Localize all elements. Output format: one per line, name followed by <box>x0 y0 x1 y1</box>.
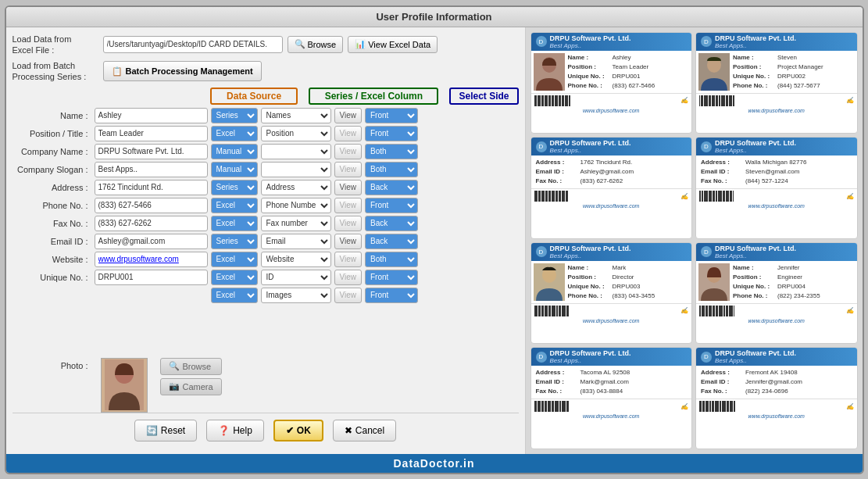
view-phone-button[interactable]: View <box>334 198 363 213</box>
card-6-body: Name :Jennifer Position :Engineer Unique… <box>696 261 857 303</box>
view-website-button[interactable]: View <box>334 252 363 267</box>
id-card-7: D DRPU Software Pvt. Ltd. Best Apps.. Ad… <box>530 347 693 449</box>
side-company[interactable]: BothFrontBack <box>365 144 418 159</box>
column-images[interactable]: Images <box>261 288 331 303</box>
value-address[interactable] <box>95 180 208 195</box>
card-2-info: Name :Steven Position :Project Manager U… <box>733 53 855 91</box>
data-rows-container: Name : SeriesExcelManual Names View Fron… <box>13 108 519 355</box>
card-6-footer: (function(){ var bars=[2,3,1,2,1,1,3,2,1… <box>696 303 857 318</box>
datasource-website[interactable]: ExcelSeriesManual <box>211 252 258 267</box>
view-unique-button[interactable]: View <box>334 270 363 285</box>
row-phone: Phone No. : ExcelSeriesManual Phone Numb… <box>13 198 519 213</box>
row-name: Name : SeriesExcelManual Names View Fron… <box>13 108 519 123</box>
value-email[interactable] <box>95 234 208 249</box>
side-position[interactable]: FrontBackBoth <box>365 126 418 141</box>
value-company[interactable] <box>95 144 208 159</box>
id-card-1: D DRPU Software Pvt. Ltd. Best Apps.. <box>530 32 693 134</box>
row-website: Website : ExcelSeriesManual Website View… <box>13 252 519 267</box>
datasource-position[interactable]: ExcelSeriesManual <box>211 126 258 141</box>
datasource-slogan[interactable]: ManualSeriesExcel <box>211 162 258 177</box>
side-slogan[interactable]: BothFrontBack <box>365 162 418 177</box>
side-website[interactable]: BothFrontBack <box>365 252 418 267</box>
batch-processing-button[interactable]: 📋 Batch Processing Management <box>103 61 262 81</box>
datasource-email[interactable]: SeriesExcelManual <box>211 234 258 249</box>
column-email[interactable]: Email <box>261 234 331 249</box>
value-phone[interactable] <box>95 198 208 213</box>
card-1-footer: (function(){ var bars=[2,1,3,1,2,1,1,3,2… <box>531 93 692 108</box>
column-headers: Data Source Series / Excel Column Select… <box>13 88 519 105</box>
column-address[interactable]: Address <box>261 180 331 195</box>
card-6-subtext: Best Apps.. <box>715 252 796 259</box>
view-slogan-button[interactable]: View <box>334 162 363 177</box>
column-company[interactable] <box>261 144 331 159</box>
card-2-photo <box>698 53 730 91</box>
value-slogan[interactable] <box>95 162 208 177</box>
file-path-input[interactable] <box>103 36 283 53</box>
value-name[interactable] <box>95 108 208 123</box>
datasource-fax[interactable]: ExcelSeriesManual <box>211 216 258 231</box>
view-position-button[interactable]: View <box>334 126 363 141</box>
view-name-button[interactable]: View <box>334 108 363 123</box>
side-unique[interactable]: FrontBackBoth <box>365 270 418 285</box>
card-8-subtext: Best Apps.. <box>715 357 796 364</box>
column-phone[interactable]: Phone Number <box>261 198 331 213</box>
datasource-unique[interactable]: ExcelSeriesManual <box>211 270 258 285</box>
label-email: Email ID : <box>13 237 95 246</box>
side-phone[interactable]: FrontBackBoth <box>365 198 418 213</box>
column-website[interactable]: Website <box>261 252 331 267</box>
value-position[interactable] <box>95 126 208 141</box>
id-card-2: D DRPU Software Pvt. Ltd. Best Apps.. <box>695 32 858 134</box>
view-address-button[interactable]: View <box>334 180 363 195</box>
side-images[interactable]: FrontBackBoth <box>365 288 418 303</box>
help-icon: ❓ <box>218 425 230 436</box>
column-fax[interactable]: Fax number <box>261 216 331 231</box>
ok-button[interactable]: ✔ OK <box>273 420 323 441</box>
card-1-body: Name :Ashley Position :Team Leader Uniqu… <box>531 51 692 93</box>
label-slogan: Company Slogan : <box>13 165 95 174</box>
card-5-header: D DRPU Software Pvt. Ltd. Best Apps.. <box>531 243 692 261</box>
card-3-body: Address :1762 Tincidunt Rd. Email ID :As… <box>531 155 692 188</box>
card-5-photo <box>534 263 565 301</box>
datasource-phone[interactable]: ExcelSeriesManual <box>211 198 258 213</box>
column-name[interactable]: Names <box>261 108 331 123</box>
side-fax[interactable]: BackFrontBoth <box>365 216 418 231</box>
view-fax-button[interactable]: View <box>334 216 363 231</box>
card-1-subtext: Best Apps.. <box>550 42 631 49</box>
card-7-body: Address :Tacoma AL 92508 Email ID :Mark@… <box>531 366 692 399</box>
id-card-3: D DRPU Software Pvt. Ltd. Best Apps.. Ad… <box>530 137 693 239</box>
card-1-logo: D <box>536 36 547 47</box>
card-4-header: D DRPU Software Pvt. Ltd. Best Apps.. <box>696 138 857 155</box>
view-excel-button[interactable]: 📊 View Excel Data <box>348 36 438 53</box>
card-3-barcode: (function(){ var bars=[3,1,2,1,1,3,2,1,2… <box>534 191 569 202</box>
column-position[interactable]: Position <box>261 126 331 141</box>
card-8-header: D DRPU Software Pvt. Ltd. Best Apps.. <box>696 348 857 366</box>
load-batch-row: Load from BatchProcessing Series : 📋 Bat… <box>13 60 519 83</box>
side-name[interactable]: FrontBackBoth <box>365 108 418 123</box>
value-unique[interactable] <box>95 270 208 285</box>
value-fax[interactable] <box>95 216 208 231</box>
card-4-logo: D <box>701 141 712 152</box>
card-1-photo <box>534 53 565 91</box>
datasource-name[interactable]: SeriesExcelManual <box>211 108 258 123</box>
column-unique[interactable]: ID <box>261 270 331 285</box>
view-email-button[interactable]: View <box>334 234 363 249</box>
camera-button[interactable]: 📷 Camera <box>160 378 222 395</box>
datasource-company[interactable]: ManualSeriesExcel <box>211 144 258 159</box>
series-header: Series / Excel Column <box>309 88 438 105</box>
value-website[interactable] <box>95 252 208 267</box>
side-address[interactable]: BackFrontBoth <box>365 180 418 195</box>
datasource-images[interactable]: ExcelSeriesManual <box>211 288 258 303</box>
card-7-header: D DRPU Software Pvt. Ltd. Best Apps.. <box>531 348 692 366</box>
view-images-button[interactable]: View <box>334 288 363 303</box>
reset-button[interactable]: 🔄 Reset <box>134 420 197 441</box>
label-website: Website : <box>13 255 95 264</box>
help-button[interactable]: ❓ Help <box>206 420 264 441</box>
column-slogan[interactable] <box>261 162 331 177</box>
browse-photo-button[interactable]: 🔍 Browse <box>160 358 222 375</box>
cancel-button[interactable]: ✖ Cancel <box>333 420 396 441</box>
view-company-button[interactable]: View <box>334 144 363 159</box>
datasource-address[interactable]: SeriesExcelManual <box>211 180 258 195</box>
card-7-logo: D <box>536 352 547 363</box>
browse-excel-button[interactable]: 🔍 Browse <box>288 36 344 53</box>
side-email[interactable]: BackFrontBoth <box>365 234 418 249</box>
